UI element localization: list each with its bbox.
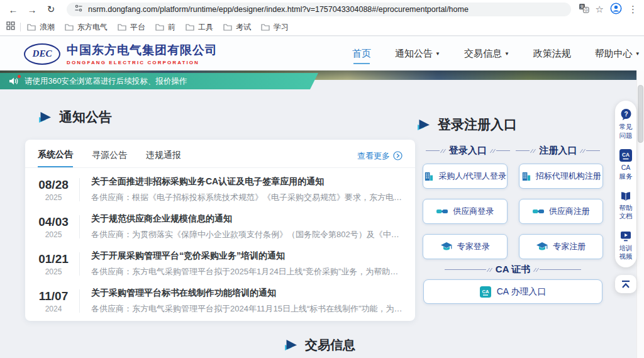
site-info-icon[interactable] xyxy=(74,4,83,15)
notice-date-day: 04/03 xyxy=(33,215,74,229)
login-group-header: 登录入口 xyxy=(423,145,513,157)
tab-sourcing-notices[interactable]: 寻源公告 xyxy=(92,150,127,167)
row-divider xyxy=(79,252,80,276)
page-scrollbar-track[interactable] xyxy=(636,36,644,358)
nav-policies[interactable]: 政策法规 xyxy=(533,48,571,60)
dec-logo-icon: DEC xyxy=(24,43,60,65)
notice-excerpt: 各供应商：为贯彻落实《保障中小企业款项支付条例》（国务院令第802号）及《中小企… xyxy=(91,229,402,240)
nav-trade-info[interactable]: 交易信息 ▼ xyxy=(464,48,509,60)
back-icon[interactable]: ← xyxy=(5,4,21,15)
bookmark-label: 浪潮 xyxy=(40,22,55,33)
notice-date-year: 2025 xyxy=(33,193,74,202)
notice-title[interactable]: 关于全面推进非招标采购业务CA认证及电子签章应用的通知 xyxy=(91,176,402,187)
expert-register-button[interactable]: 专家注册 xyxy=(519,234,604,259)
question-bubble-icon: ? xyxy=(619,108,633,121)
nav-help-center[interactable]: 帮助中心 ▼ xyxy=(595,48,640,60)
floating-quickbar: ? 常见 问题 CA CA 服务 帮助 文档 培训 视频 xyxy=(615,101,636,267)
nav-label: 通知公告 xyxy=(395,48,433,60)
svg-text:CA: CA xyxy=(622,152,630,158)
notice-list: 08/28 2025 关于全面推进非招标采购业务CA认证及电子签章应用的通知 各… xyxy=(25,168,415,320)
bidding-agency-register-button[interactable]: 招标代理机构注册 xyxy=(519,164,604,189)
bookmark-folder[interactable]: 考试 xyxy=(223,22,251,33)
notice-date: 04/03 2025 xyxy=(33,215,74,239)
quickbar-label: 常见 问题 xyxy=(618,123,634,140)
building-icon xyxy=(521,171,531,182)
page-scrollbar-thumb[interactable] xyxy=(638,85,643,143)
company-logo[interactable]: DEC 中国东方电气集团有限公司 DONGFANG ELECTRIC CORPO… xyxy=(24,42,218,65)
notice-date-year: 2025 xyxy=(33,267,74,276)
quickbar-label: CA 服务 xyxy=(618,164,634,181)
bookmarks-divider xyxy=(20,23,21,31)
notice-excerpt: 各供应商：东方电气采购管理平台拟于2025年1月24日上线“竞价采购”业务，为帮… xyxy=(91,266,402,277)
purchaser-agent-login-button[interactable]: 采购人/代理人登录 xyxy=(423,164,508,189)
login-group-label: 登录入口 xyxy=(449,145,487,157)
faq-shortcut[interactable]: ? 常见 问题 xyxy=(618,108,634,140)
folder-icon xyxy=(118,23,126,31)
bookmark-folder[interactable]: 前 xyxy=(155,22,175,33)
nav-home[interactable]: 首页 xyxy=(352,48,371,60)
main-navigation: 首页 通知公告 ▼ 交易信息 ▼ 政策法规 帮助中心 ▼ xyxy=(352,36,640,70)
tab-violation-reports[interactable]: 违规通报 xyxy=(146,150,181,167)
bookmark-star-icon[interactable]: ☆ xyxy=(596,4,604,15)
browser-toolbar: ← → ↻ nsrm.dongfang.com/platform/runtime… xyxy=(0,0,644,19)
notice-date-day: 08/28 xyxy=(33,178,74,192)
ca-service-shortcut[interactable]: CA CA 服务 xyxy=(618,149,634,181)
help-docs-shortcut[interactable]: 帮助 文档 xyxy=(618,191,634,221)
training-videos-shortcut[interactable]: 培训 视频 xyxy=(618,230,634,261)
bookmark-label: 前 xyxy=(168,22,175,33)
notice-date: 01/21 2025 xyxy=(33,252,74,276)
nav-notices[interactable]: 通知公告 ▼ xyxy=(395,48,440,60)
forward-icon[interactable]: → xyxy=(24,4,40,15)
tab-system-notices[interactable]: 系统公告 xyxy=(38,149,73,167)
bookmark-folder[interactable]: 工具 xyxy=(186,22,213,33)
supplier-login-button[interactable]: 供应商登录 xyxy=(423,199,508,224)
notice-title[interactable]: 关于开展采购管理平台“竞价采购业务”培训的通知 xyxy=(91,250,402,262)
ca-certificate-label: CA 证书 xyxy=(496,264,530,276)
chevron-down-icon: ▼ xyxy=(435,51,440,57)
folder-icon xyxy=(186,23,194,31)
nav-label: 首页 xyxy=(352,48,371,60)
register-group-header: 注册入口 xyxy=(513,145,604,157)
bookmark-folder[interactable]: 东方电气 xyxy=(65,22,108,33)
reload-icon[interactable]: ↻ xyxy=(43,4,59,15)
expert-login-button[interactable]: 专家登录 xyxy=(423,234,508,259)
svg-text:CA: CA xyxy=(482,288,489,294)
notification-dot xyxy=(18,75,21,78)
login-register-buttons: 采购人/代理人登录 招标代理机构注册 供应商登录 供应商注册 专家登录 专家注册 xyxy=(423,164,603,259)
nav-label: 政策法规 xyxy=(533,48,571,60)
svg-text:?: ? xyxy=(624,111,628,118)
register-group-label: 注册入口 xyxy=(539,145,577,157)
url-text[interactable]: nsrm.dongfang.com/platform/runtime/epp/d… xyxy=(88,5,469,14)
bookmark-label: 工具 xyxy=(198,22,213,33)
translate-icon[interactable]: 文G xyxy=(579,3,589,16)
bookmark-label: 学习 xyxy=(274,22,289,33)
chevron-down-icon: ▼ xyxy=(504,51,509,57)
apps-grid-icon[interactable] xyxy=(6,21,15,33)
notice-row[interactable]: 08/28 2025 关于全面推进非招标采购业务CA认证及电子签章应用的通知 各… xyxy=(33,171,402,208)
notice-row[interactable]: 01/21 2025 关于开展采购管理平台“竞价采购业务”培训的通知 各供应商：… xyxy=(33,245,402,282)
address-bar[interactable]: nsrm.dongfang.com/platform/runtime/epp/d… xyxy=(67,3,571,16)
folder-icon xyxy=(223,23,232,31)
back-to-top-button[interactable] xyxy=(615,275,636,293)
bookmark-label: 考试 xyxy=(236,22,251,33)
bookmark-folder[interactable]: 学习 xyxy=(261,22,289,33)
graduation-cap-icon xyxy=(536,242,548,252)
button-label: 采购人/代理人登录 xyxy=(438,171,506,182)
notice-title[interactable]: 关于采购管理平台标书在线制作功能培训的通知 xyxy=(91,288,402,299)
button-label: CA 办理入口 xyxy=(497,286,547,298)
view-more-link[interactable]: 查看更多 xyxy=(357,150,402,167)
notice-row[interactable]: 04/03 2025 关于规范供应商企业规模信息的通知 各供应商：为贯彻落实《保… xyxy=(33,208,402,245)
notice-title[interactable]: 关于规范供应商企业规模信息的通知 xyxy=(91,213,402,225)
notice-tabs: 系统公告 寻源公告 违规通报 查看更多 xyxy=(25,140,415,167)
bookmark-label: 东方电气 xyxy=(77,22,108,33)
overflow-menu-icon[interactable]: ⋮ xyxy=(628,4,638,15)
ca-apply-button[interactable]: CA CA 办理入口 xyxy=(423,279,602,304)
quickbar-label: 培训 视频 xyxy=(618,244,634,261)
building-icon xyxy=(423,171,434,182)
notice-row[interactable]: 11/07 2024 关于采购管理平台标书在线制作功能培训的通知 各供应商：东方… xyxy=(33,282,402,320)
profile-avatar-icon[interactable] xyxy=(610,3,622,17)
bookmark-folder[interactable]: 平台 xyxy=(118,22,145,33)
ticker-text: 请使用360安全浏览器进行后续投标、报价操作 xyxy=(25,76,187,87)
supplier-register-button[interactable]: 供应商注册 xyxy=(519,199,604,224)
bookmark-folder[interactable]: 浪潮 xyxy=(27,22,55,33)
